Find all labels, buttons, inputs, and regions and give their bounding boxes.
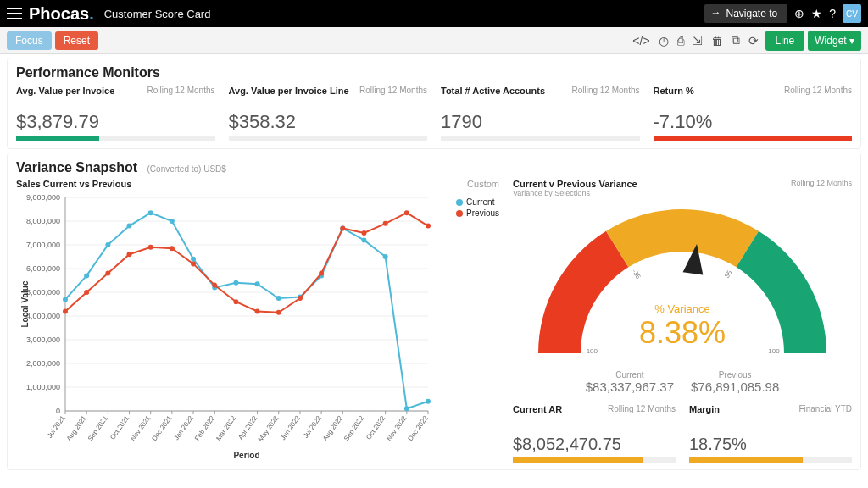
svg-text:4,000,000: 4,000,000 <box>26 312 60 320</box>
page-title: Customer Score Card <box>104 8 211 20</box>
svg-text:May 2022: May 2022 <box>257 414 281 443</box>
chart-period: Custom <box>467 179 499 189</box>
chart-title: Sales Current vs Previous <box>16 179 131 189</box>
svg-text:Sep 2021: Sep 2021 <box>86 414 109 443</box>
metric-period: Rolling 12 Months <box>147 86 214 96</box>
svg-point-90 <box>319 271 324 276</box>
svg-text:9,000,000: 9,000,000 <box>26 193 60 202</box>
svg-text:Oct 2021: Oct 2021 <box>108 414 131 441</box>
svg-point-61 <box>84 273 89 278</box>
print-icon[interactable]: ⎙ <box>677 34 684 47</box>
svg-text:Oct 2022: Oct 2022 <box>364 414 387 441</box>
svg-point-93 <box>383 221 388 226</box>
clock-icon[interactable]: ◷ <box>659 34 669 47</box>
svg-point-82 <box>148 245 153 250</box>
gauge-center-label: % Variance <box>513 302 852 315</box>
star-icon[interactable]: ★ <box>811 7 822 20</box>
svg-point-81 <box>127 252 132 257</box>
svg-text:8,000,000: 8,000,000 <box>26 217 60 225</box>
svg-text:5,000,000: 5,000,000 <box>26 288 60 297</box>
widget-button[interactable]: Widget ▾ <box>808 30 861 51</box>
metric: Avg. Value per Invoice LineRolling 12 Mo… <box>229 86 428 141</box>
toolbar: Focus Reset </> ◷ ⎙ ⇲ 🗑 ⧉ ⟳ Line Widget … <box>0 27 868 54</box>
snapshot-panel: Variance Snapshot (Converted to) USD$ Sa… <box>7 152 861 470</box>
svg-point-69 <box>255 281 260 286</box>
right-column: Current v Previous Variance Variance by … <box>513 179 852 463</box>
gauge-previous-label: Previous <box>691 370 779 380</box>
svg-text:-35: -35 <box>631 268 643 280</box>
svg-text:35: 35 <box>723 269 734 280</box>
svg-point-75 <box>383 254 388 259</box>
svg-point-85 <box>212 283 217 288</box>
svg-text:Aug 2021: Aug 2021 <box>65 414 88 443</box>
svg-text:Aug 2022: Aug 2022 <box>321 414 344 443</box>
svg-point-64 <box>148 210 153 215</box>
performance-panel: Performance Monitors Avg. Value per Invo… <box>7 58 861 149</box>
svg-point-78 <box>63 308 68 313</box>
metric-period: Rolling 12 Months <box>784 86 852 96</box>
margin-metric: MarginFinancial YTD 18.75% <box>689 404 852 463</box>
navigate-button[interactable]: Navigate to <box>704 4 788 23</box>
svg-text:Nov 2022: Nov 2022 <box>385 414 408 443</box>
svg-point-84 <box>191 261 196 266</box>
svg-text:Jun 2022: Jun 2022 <box>279 414 302 442</box>
trash-icon[interactable]: 🗑 <box>711 34 723 47</box>
menu-icon[interactable] <box>7 8 22 19</box>
performance-title: Performance Monitors <box>16 65 852 80</box>
svg-point-87 <box>255 308 260 313</box>
svg-text:Mar 2022: Mar 2022 <box>214 414 237 442</box>
margin-value: 18.75% <box>689 435 852 454</box>
svg-point-86 <box>233 299 238 304</box>
code-icon[interactable]: </> <box>632 34 649 47</box>
svg-point-63 <box>127 224 132 229</box>
gauge-subtitle: Variance by Selections <box>513 189 637 197</box>
svg-point-95 <box>426 224 431 229</box>
metric-label: Total # Active Accounts <box>441 86 545 96</box>
svg-point-80 <box>105 271 110 276</box>
chart-column: Sales Current vs Previous Custom 01,000,… <box>16 179 499 463</box>
copy-icon[interactable]: ⧉ <box>732 33 740 47</box>
metric: Total # Active AccountsRolling 12 Months… <box>441 86 640 141</box>
margin-label: Margin <box>689 404 720 414</box>
svg-point-60 <box>63 297 68 302</box>
avatar[interactable]: CV <box>843 4 861 23</box>
ar-label: Current AR <box>513 404 562 414</box>
svg-point-62 <box>105 242 110 247</box>
gauge-previous-value: $76,891,085.98 <box>691 380 779 394</box>
svg-text:3,000,000: 3,000,000 <box>26 336 60 344</box>
svg-text:Jul 2021: Jul 2021 <box>46 414 67 440</box>
refresh-icon[interactable]: ⟳ <box>748 34 759 47</box>
focus-button[interactable]: Focus <box>7 31 52 50</box>
ar-value: $8,052,470.75 <box>513 435 676 454</box>
metric: Avg. Value per InvoiceRolling 12 Months … <box>16 86 215 141</box>
top-bar: Phocas. Customer Score Card Navigate to … <box>0 0 868 27</box>
svg-point-70 <box>276 296 281 301</box>
reset-button[interactable]: Reset <box>55 31 98 50</box>
svg-point-65 <box>170 219 175 224</box>
svg-point-89 <box>298 296 303 301</box>
svg-text:Period: Period <box>233 451 259 460</box>
svg-text:Apr 2022: Apr 2022 <box>236 414 259 441</box>
svg-point-83 <box>170 246 175 251</box>
gauge-values: Current $83,337,967.37 Previous $76,891,… <box>513 370 852 394</box>
margin-period: Financial YTD <box>798 404 852 414</box>
gauge-current-label: Current <box>586 370 674 380</box>
svg-text:0: 0 <box>56 407 60 415</box>
svg-text:Dec 2021: Dec 2021 <box>151 414 174 443</box>
export-icon[interactable]: ⇲ <box>693 34 703 47</box>
line-button[interactable]: Line <box>765 30 805 51</box>
plus-icon[interactable]: ⊕ <box>794 7 804 20</box>
metric-value: $3,879.79 <box>16 111 215 133</box>
help-icon[interactable]: ? <box>829 7 836 20</box>
svg-text:Jan 2022: Jan 2022 <box>172 414 195 442</box>
metric-label: Avg. Value per Invoice <box>16 86 114 96</box>
logo: Phocas. <box>29 4 94 24</box>
metric-period: Rolling 12 Months <box>359 86 427 96</box>
snapshot-subtitle: (Converted to) USD$ <box>147 164 226 174</box>
metric-value: $358.32 <box>229 111 428 133</box>
snapshot-title: Variance Snapshot <box>16 160 137 175</box>
svg-point-88 <box>276 310 281 315</box>
svg-text:Feb 2022: Feb 2022 <box>193 414 216 442</box>
svg-point-76 <box>404 406 409 411</box>
metrics-row: Avg. Value per InvoiceRolling 12 Months … <box>16 86 852 141</box>
